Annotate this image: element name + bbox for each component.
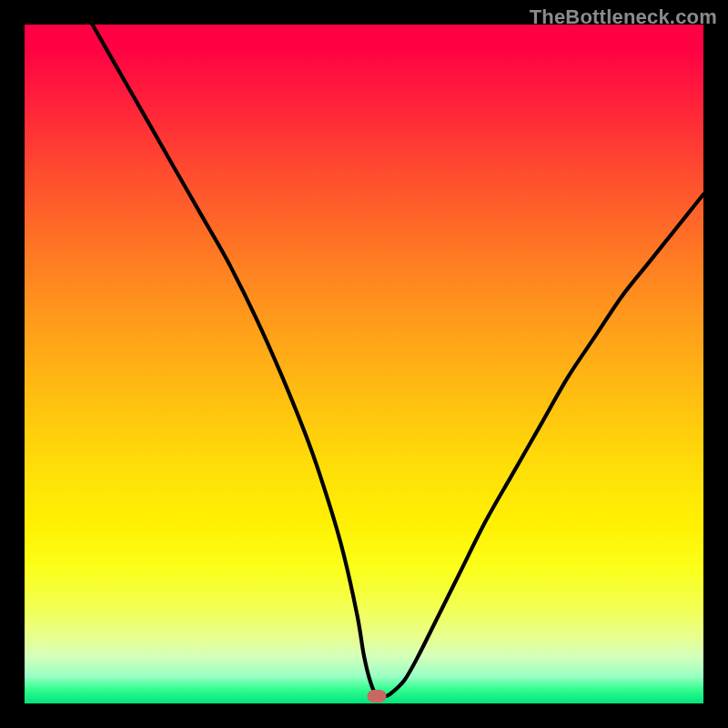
optimal-point-marker [368, 690, 387, 703]
chart-frame: TheBottleneck.com [0, 0, 728, 728]
curve-path [93, 25, 703, 698]
watermark-text: TheBottleneck.com [530, 5, 717, 29]
bottleneck-curve [25, 25, 703, 703]
